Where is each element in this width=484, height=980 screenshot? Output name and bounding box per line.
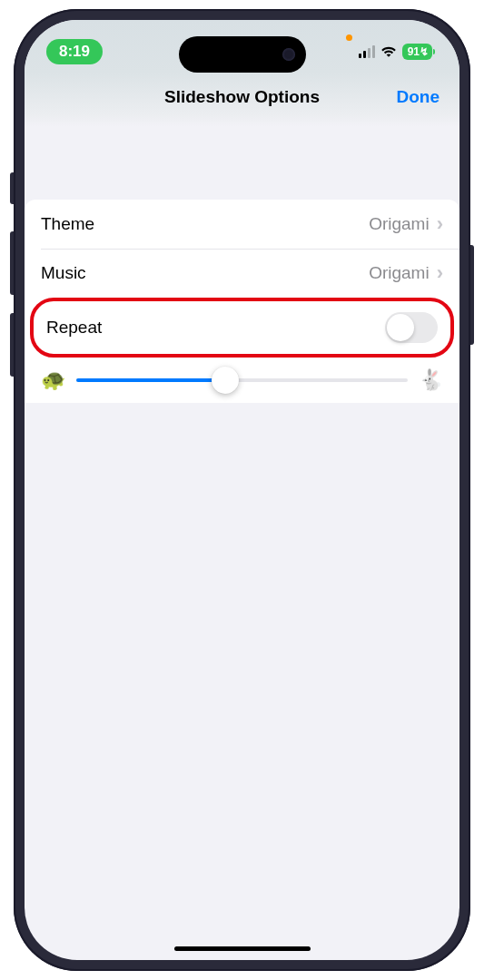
slider-fill [76,378,225,382]
mic-in-use-dot-icon [346,34,352,41]
status-time: 8:19 [46,39,103,64]
settings-list: Theme Origami › Music Origami › Repea [25,200,459,403]
volume-down-button [10,313,14,377]
music-value: Origami [369,263,430,283]
home-indicator[interactable] [174,946,311,951]
rabbit-icon: 🐇 [419,370,443,390]
theme-value-wrap: Origami › [369,212,443,236]
highlight-annotation: Repeat [30,298,454,358]
status-indicators: 91↯ [359,44,432,60]
front-camera [282,48,295,61]
done-button[interactable]: Done [397,87,440,107]
phone-frame: 8:19 91↯ Slideshow Options Done [14,9,470,971]
music-value-wrap: Origami › [369,261,443,285]
music-row[interactable]: Music Origami › [25,249,459,298]
page-title: Slideshow Options [164,87,320,107]
music-label: Music [41,263,86,283]
side-button [10,172,14,204]
content: Theme Origami › Music Origami › Repea [25,127,459,403]
charging-icon: ↯ [420,45,429,58]
screen: 8:19 91↯ Slideshow Options Done [25,20,459,960]
speed-slider-row: 🐢 🐇 [25,358,459,403]
repeat-toggle[interactable] [385,312,438,343]
cellular-signal-icon [359,45,375,58]
theme-label: Theme [41,214,94,234]
battery-percent: 91 [408,45,420,58]
theme-value: Origami [369,214,430,234]
speed-slider[interactable] [76,378,408,382]
theme-row[interactable]: Theme Origami › [25,200,459,249]
power-button [470,245,474,345]
battery-indicator: 91↯ [402,44,432,60]
nav-header: Slideshow Options Done [25,73,459,127]
toggle-knob [387,314,414,341]
chevron-right-icon: › [437,261,443,285]
chevron-right-icon: › [437,212,443,236]
repeat-row: Repeat [34,301,450,354]
wifi-icon [380,45,397,58]
slider-thumb[interactable] [212,367,239,394]
dynamic-island [179,36,306,73]
volume-up-button [10,231,14,295]
repeat-label: Repeat [46,318,102,338]
turtle-icon: 🐢 [41,370,65,390]
